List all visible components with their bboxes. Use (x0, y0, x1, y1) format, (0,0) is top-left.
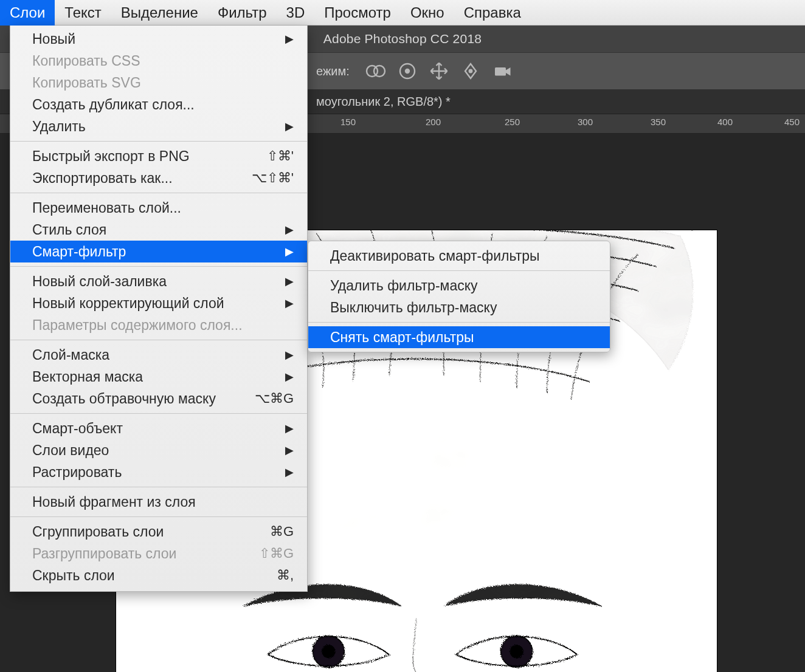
menu-video-layers[interactable]: Слои видео▶ (10, 439, 307, 461)
menu-view-label: Просмотр (324, 4, 391, 21)
svg-point-4 (469, 70, 472, 73)
diamond-move-icon[interactable] (460, 60, 482, 82)
menu-separator (10, 413, 307, 414)
menu-smart-filter[interactable]: Смарт-фильтр▶ (10, 241, 307, 262)
menu-shortcut: ⌥⇧⌘' (252, 170, 294, 186)
ruler-tick: 150 (340, 117, 356, 127)
menu-group-layers[interactable]: Сгруппировать слои⌘G (10, 521, 307, 543)
menu-label: Сгруппировать слои (32, 524, 164, 540)
menu-new-fill-layer[interactable]: Новый слой-заливка▶ (10, 270, 307, 292)
menu-hide-layers[interactable]: Скрыть слои⌘, (10, 564, 307, 586)
menu-shortcut: ⌘G (270, 524, 294, 540)
menu-3d[interactable]: 3D (277, 0, 315, 26)
menu-duplicate-layer[interactable]: Создать дубликат слоя... (10, 94, 307, 115)
submenu-clear-smart-filters[interactable]: Снять смарт-фильтры (308, 326, 610, 348)
menu-create-clipping-mask[interactable]: Создать обтравочную маску⌥⌘G (10, 388, 307, 410)
menu-shortcut: ⇧⌘G (259, 546, 294, 561)
document-tab[interactable]: моугольник 2, RGB/8*) * (316, 95, 451, 109)
menu-new-slice-from-layer[interactable]: Новый фрагмент из слоя (10, 491, 307, 513)
menu-delete[interactable]: Удалить▶ (10, 115, 307, 137)
menu-vector-mask[interactable]: Векторная маска▶ (10, 366, 307, 388)
menu-label: Удалить (32, 118, 86, 135)
menu-rasterize[interactable]: Растрировать▶ (10, 461, 307, 483)
brush-mode-icon[interactable] (365, 60, 387, 82)
menu-separator (10, 193, 307, 193)
menubar: Слои Текст Выделение Фильтр 3D Просмотр … (0, 0, 805, 26)
menu-label: Переименовать слой... (32, 200, 181, 216)
menu-label: Создать дубликат слоя... (32, 97, 195, 113)
menu-filter[interactable]: Фильтр (208, 0, 277, 26)
svg-rect-5 (495, 67, 506, 76)
menu-help-label: Справка (464, 4, 521, 21)
svg-point-10 (322, 645, 334, 657)
menu-smart-object[interactable]: Смарт-объект▶ (10, 417, 307, 439)
menu-label: Копировать SVG (32, 75, 141, 91)
svg-point-8 (289, 400, 544, 569)
menu-layers[interactable]: Слои (0, 0, 55, 26)
menu-layer-mask[interactable]: Слой-маска▶ (10, 344, 307, 366)
menu-label: Разгруппировать слои (32, 546, 176, 562)
menu-label: Параметры содержимого слоя... (32, 317, 243, 334)
menu-select[interactable]: Выделение (111, 0, 208, 26)
menu-label: Копировать CSS (32, 53, 140, 69)
menu-label: Создать обтравочную маску (32, 391, 216, 407)
menu-rename-layer[interactable]: Переименовать слой... (10, 197, 307, 219)
submenu-arrow-icon: ▶ (285, 444, 294, 457)
menu-shortcut: ⇧⌘' (267, 148, 294, 164)
app-title: Adobe Photoshop CC 2018 (323, 32, 482, 46)
menu-separator (10, 516, 307, 517)
submenu-arrow-icon: ▶ (285, 297, 294, 310)
menu-shortcut: ⌘, (277, 567, 294, 583)
menu-label: Новый корректирующий слой (32, 295, 224, 312)
menu-quick-export-png[interactable]: Быстрый экспорт в PNG⇧⌘' (10, 145, 307, 167)
menu-label: Стиль слоя (32, 222, 106, 238)
menu-layers-label: Слои (10, 4, 45, 21)
ruler-tick: 300 (578, 117, 593, 127)
menu-help[interactable]: Справка (454, 0, 531, 26)
menu-label: Слои видео (32, 442, 109, 459)
submenu-arrow-icon: ▶ (285, 223, 294, 236)
menu-label: Векторная маска (32, 369, 143, 385)
menu-separator (308, 322, 610, 323)
menu-label: Удалить фильтр-маску (330, 278, 478, 294)
ruler-tick: 450 (784, 117, 800, 127)
submenu-disable-smart-filters[interactable]: Деактивировать смарт-фильтры (308, 245, 610, 267)
menu-text[interactable]: Текст (55, 0, 111, 26)
ruler-tick: 200 (426, 117, 441, 127)
layers-dropdown: Новый▶ Копировать CSS Копировать SVG Соз… (10, 26, 308, 592)
submenu-arrow-icon: ▶ (285, 348, 294, 362)
menu-3d-label: 3D (286, 4, 305, 21)
ruler-tick: 400 (717, 117, 733, 127)
menu-label: Деактивировать смарт-фильтры (330, 248, 539, 264)
submenu-disable-filter-mask[interactable]: Выключить фильтр-маску (308, 297, 610, 318)
submenu-arrow-icon: ▶ (285, 465, 294, 479)
menu-label: Новый фрагмент из слоя (32, 494, 196, 510)
menu-export-as[interactable]: Экспортировать как...⌥⇧⌘' (10, 167, 307, 189)
menu-separator (308, 270, 610, 271)
menu-copy-css: Копировать CSS (10, 50, 307, 72)
menu-label: Выключить фильтр-маску (330, 300, 497, 316)
menu-label: Экспортировать как... (32, 170, 173, 187)
menu-content-options: Параметры содержимого слоя... (10, 314, 307, 336)
menu-view[interactable]: Просмотр (314, 0, 401, 26)
svg-point-12 (511, 645, 523, 657)
menu-ungroup-layers: Разгруппировать слои⇧⌘G (10, 543, 307, 564)
menu-separator (10, 340, 307, 340)
svg-point-3 (406, 69, 409, 73)
menu-window[interactable]: Окно (401, 0, 454, 26)
submenu-arrow-icon: ▶ (285, 120, 294, 133)
svg-point-1 (374, 66, 385, 77)
menu-shortcut: ⌥⌘G (255, 391, 294, 406)
menu-label: Снять смарт-фильтры (330, 329, 474, 346)
menu-label: Новый слой-заливка (32, 273, 167, 290)
move-cross-icon[interactable] (428, 60, 450, 82)
menu-separator (10, 266, 307, 267)
submenu-delete-filter-mask[interactable]: Удалить фильтр-маску (308, 275, 610, 297)
submenu-arrow-icon: ▶ (285, 422, 294, 435)
camera-icon[interactable] (491, 60, 513, 82)
menu-new-adjustment-layer[interactable]: Новый корректирующий слой▶ (10, 292, 307, 314)
menu-layer-style[interactable]: Стиль слоя▶ (10, 219, 307, 241)
menu-text-label: Текст (64, 4, 101, 21)
target-icon[interactable] (396, 60, 418, 82)
menu-new[interactable]: Новый▶ (10, 28, 307, 50)
